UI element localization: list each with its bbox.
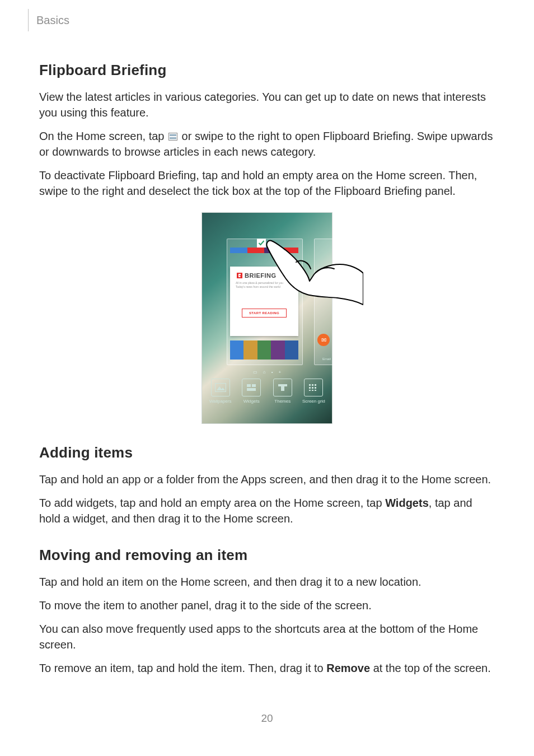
themes-label: Themes (274, 399, 291, 404)
briefing-indicator-icon: ▭ (253, 370, 257, 375)
briefing-card-sub2: Today's news from around the world (230, 285, 298, 289)
dot-indicator-icon: • (271, 370, 273, 375)
page-indicator-row: ▭ ⌂ • + (202, 370, 332, 375)
svg-rect-1 (170, 134, 176, 137)
paragraph: Tap and hold an app or a folder from the… (39, 472, 495, 487)
flipboard-logo-icon (237, 273, 242, 278)
paragraph: To move the item to another panel, drag … (39, 598, 495, 613)
header-breadcrumb: Basics (28, 9, 495, 31)
briefing-panel-icon (168, 133, 177, 141)
briefing-checkbox (257, 239, 266, 248)
svg-rect-13 (309, 387, 311, 389)
adjacent-panel-edge (314, 239, 332, 365)
email-app-label: Email (322, 357, 331, 361)
svg-rect-11 (312, 384, 313, 386)
wallpapers-label: Wallpapers (209, 399, 232, 404)
home-options-row: Wallpapers Widgets Themes (202, 379, 332, 404)
svg-rect-5 (247, 384, 251, 387)
start-reading-button: START READING (242, 309, 287, 318)
bold-remove: Remove (326, 662, 370, 674)
svg-rect-2 (170, 137, 176, 139)
paragraph: You can also move frequently used apps t… (39, 621, 495, 652)
svg-rect-17 (312, 390, 313, 391)
paragraph: To remove an item, tap and hold the item… (39, 660, 495, 676)
svg-rect-12 (315, 384, 316, 386)
svg-rect-8 (278, 384, 287, 386)
heading-flipboard: Flipboard Briefing (39, 62, 495, 79)
svg-rect-16 (309, 390, 311, 391)
bold-widgets: Widgets (385, 497, 429, 509)
color-strip-top (230, 248, 298, 253)
screen-grid-label: Screen grid (302, 399, 325, 404)
text-fragment: To add widgets, tap and hold an empty ar… (39, 497, 385, 509)
paragraph: To add widgets, tap and hold an empty ar… (39, 495, 495, 526)
text-fragment: On the Home screen, tap (39, 130, 167, 142)
svg-marker-4 (217, 386, 225, 390)
svg-rect-18 (315, 390, 316, 391)
page-number: 20 (0, 712, 534, 725)
heading-moving-removing: Moving and removing an item (39, 547, 495, 564)
section-label: Basics (36, 14, 69, 27)
paragraph: View the latest articles in various cate… (39, 89, 495, 120)
svg-rect-10 (309, 384, 311, 386)
themes-icon (273, 379, 292, 396)
phone-mockup: BRIEFING All in one place & personalized… (202, 212, 332, 424)
widgets-option: Widgets (236, 379, 266, 404)
color-strip-bottom (230, 340, 298, 360)
briefing-card-title: BRIEFING (245, 272, 277, 279)
text-fragment: To remove an item, tap and hold the item… (39, 662, 326, 674)
screen-grid-option: Screen grid (298, 379, 329, 404)
screen-grid-icon (304, 379, 323, 396)
text-fragment: at the top of the screen. (370, 662, 491, 674)
add-panel-icon: + (278, 370, 281, 375)
svg-rect-3 (215, 384, 226, 392)
themes-option: Themes (268, 379, 298, 404)
svg-rect-9 (281, 386, 284, 391)
heading-adding-items: Adding items (39, 444, 495, 461)
svg-rect-0 (169, 133, 177, 141)
widgets-label: Widgets (243, 399, 260, 404)
svg-rect-6 (252, 384, 256, 387)
paragraph: Tap and hold an item on the Home screen,… (39, 574, 495, 590)
paragraph: On the Home screen, tap or swipe to the … (39, 128, 495, 160)
widgets-icon (242, 379, 261, 396)
home-indicator-icon: ⌂ (263, 370, 266, 375)
paragraph: To deactivate Flipboard Briefing, tap an… (39, 167, 495, 199)
email-app-icon (317, 334, 330, 346)
svg-rect-14 (312, 387, 313, 389)
briefing-card: BRIEFING All in one place & personalized… (230, 267, 298, 336)
svg-rect-15 (315, 387, 316, 389)
illustration: BRIEFING All in one place & personalized… (39, 212, 495, 424)
page: Basics Flipboard Briefing View the lates… (0, 0, 534, 756)
svg-rect-7 (247, 388, 256, 391)
wallpapers-option: Wallpapers (205, 379, 236, 404)
wallpapers-icon (211, 379, 230, 396)
